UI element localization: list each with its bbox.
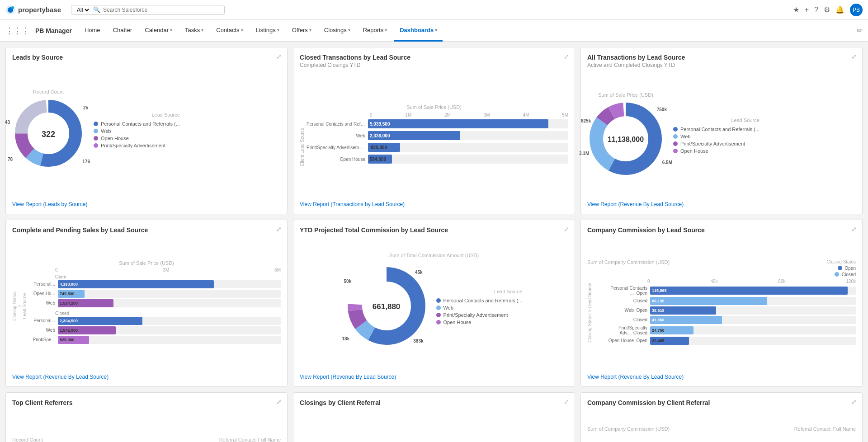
search-scope-select[interactable]: All — [75, 6, 90, 14]
card-title: Top Client Referrers — [12, 399, 281, 406]
nav-item-contacts[interactable]: Contacts ▾ — [211, 20, 248, 42]
legend-label: Web — [443, 305, 453, 310]
legend-item: Open House — [673, 148, 760, 154]
expand-icon[interactable]: ⤢ — [276, 226, 282, 233]
nav-item-listings[interactable]: Listings ▾ — [250, 20, 285, 42]
search-input[interactable] — [103, 7, 221, 13]
avatar[interactable]: PB — [850, 4, 863, 16]
nav-item-offers[interactable]: Offers ▾ — [287, 20, 317, 42]
nav-brand: PB Manager — [35, 27, 72, 34]
search-icon: 🔍 — [93, 6, 100, 13]
segment-label-43: 43 — [5, 120, 10, 125]
bar-value: 749,500 — [60, 292, 75, 296]
expand-icon[interactable]: ⤢ — [276, 398, 282, 405]
section-label: Closed — [55, 311, 281, 316]
card-complete-pending: Complete and Pending Sales by Lead Sourc… — [5, 220, 288, 387]
chevron-down-icon: ▾ — [348, 28, 350, 33]
legend-dot — [94, 143, 98, 148]
favorites-icon[interactable]: ★ — [793, 5, 799, 14]
card-all-transactions: All Transactions by Lead Source Active a… — [580, 47, 863, 214]
bar-row: Personal... 4,193,000 — [28, 280, 281, 288]
card-header: YTD Projected Total Commission by Lead S… — [300, 226, 568, 235]
view-report-link[interactable]: View Report (Transactions by Lead Source… — [300, 201, 405, 207]
legend-label: Print/Specialty Advertisement — [101, 143, 165, 148]
legend-item: Open House — [436, 320, 523, 325]
help-icon[interactable]: ? — [814, 6, 818, 14]
legend-dot — [673, 134, 678, 139]
chart-label: Sum of Sale Price (USD) — [300, 104, 568, 110]
bar-label: Closed — [593, 317, 647, 322]
settings-icon[interactable]: ⚙ — [824, 5, 830, 14]
chevron-down-icon: ▾ — [170, 28, 172, 33]
bar-label: Web — [307, 133, 365, 138]
notifications-icon[interactable]: 🔔 — [835, 5, 844, 14]
view-report-link[interactable]: View Report (Leads by Source) — [12, 201, 88, 207]
segment-label-176: 176 — [82, 159, 90, 164]
logo-text: propertybase — [18, 6, 61, 14]
card-ytd-commission: YTD Projected Total Commission by Lead S… — [293, 220, 575, 387]
bar-label: Print/Specialty Adv... Closed — [593, 325, 647, 335]
chart-area: Record Count Referral Contact: Full Name… — [12, 409, 281, 442]
legend-label: Open House — [443, 320, 472, 325]
bar-label: Web — [28, 328, 55, 333]
axis-label: Client Lead Source — [300, 113, 305, 166]
expand-icon[interactable]: ⤢ — [851, 53, 857, 60]
add-icon[interactable]: + — [805, 6, 809, 14]
search-area[interactable]: All 🔍 — [71, 5, 225, 15]
nav-item-tasks[interactable]: Tasks ▾ — [179, 20, 209, 42]
card-header: Closed Transactions by Lead Source Compl… — [300, 54, 568, 73]
logo[interactable]: propertybase — [5, 5, 61, 15]
card-header: Top Client Referrers ⤢ — [12, 399, 281, 407]
card-top-referrers: Top Client Referrers ⤢ Record Count Refe… — [5, 392, 288, 442]
legend-dot — [94, 122, 98, 126]
segment-label-25: 25 — [83, 105, 88, 110]
nav-item-closings[interactable]: Closings ▾ — [319, 20, 356, 42]
expand-icon[interactable]: ⤢ — [564, 226, 569, 233]
donut-wrapper: 661,880 45k 50k 18k 383k Lead Source Per… — [300, 261, 568, 353]
card-company-commission: Company Commission by Lead Source ⤢ Sum … — [580, 220, 863, 387]
expand-icon[interactable]: ⤢ — [851, 226, 857, 233]
view-report-link[interactable]: View Report (Revenue By Lead Source) — [12, 374, 108, 380]
expand-icon[interactable]: ⤢ — [851, 398, 857, 405]
view-report-link[interactable]: View Report (Revenue By Lead Source) — [300, 374, 396, 380]
card-footer: View Report (Revenue By Lead Source) — [587, 369, 856, 380]
donut-value: 661,880 — [373, 302, 400, 311]
card-header: Complete and Pending Sales by Lead Sourc… — [12, 226, 281, 235]
chevron-down-icon: ▾ — [435, 28, 437, 33]
bar-row: Print/Specialty Advertisement 825,000 — [307, 143, 568, 152]
legend-label: Web — [680, 134, 690, 139]
label-50k: 50k — [344, 279, 352, 284]
bar-label: Open House Open — [593, 338, 647, 343]
card-title: Company Commission by Client Referral — [587, 399, 856, 406]
card-footer: View Report (Revenue By Lead Source) — [300, 369, 568, 380]
chart-legend: Lead Source Personal Contacts and Referr… — [673, 118, 760, 154]
donut-chart: 322 25 43 78 176 — [12, 97, 85, 171]
expand-icon[interactable]: ⤢ — [564, 398, 569, 405]
nav-item-home[interactable]: Home — [79, 20, 106, 42]
nav-item-dashboards[interactable]: Dashboards ▾ — [394, 20, 443, 42]
apps-icon[interactable]: ⋮⋮⋮ — [5, 26, 30, 36]
view-report-link[interactable]: View Report (Revenue By Lead Source) — [587, 201, 684, 207]
bar-value: 825,000 — [60, 338, 75, 342]
donut-wrapper: Record Count 322 — [12, 85, 281, 175]
legend-title: Referral Contact: Full Name — [794, 426, 856, 432]
bar-value: 5,039,500 — [370, 122, 390, 127]
nav-item-reports[interactable]: Reports ▾ — [358, 20, 393, 42]
view-report-link[interactable]: View Report (Revenue By Lead Source) — [587, 374, 684, 380]
legend-item: Personal Contacts and Referrals (... — [94, 121, 180, 127]
expand-icon[interactable]: ⤢ — [276, 53, 282, 60]
expand-icon[interactable]: ⤢ — [564, 53, 569, 60]
nav-item-chatter[interactable]: Chatter — [108, 20, 138, 42]
nav-bar: ⋮⋮⋮ PB Manager Home Chatter Calendar ▾ T… — [0, 20, 868, 42]
refresh-message: Try refreshing the dashboard. — [377, 426, 491, 442]
bar-label: Open Ho... — [28, 291, 55, 296]
bar-value: 825,000 — [370, 145, 387, 150]
donut-center: 11,138,000 — [608, 136, 644, 144]
card-title: Closed Transactions by Lead Source — [300, 54, 568, 61]
nav-item-calendar[interactable]: Calendar ▾ — [139, 20, 178, 42]
bar-label: Personal Contacts ... Open — [593, 286, 647, 296]
edit-icon[interactable]: ✏ — [857, 26, 863, 35]
section-label: Open — [55, 274, 281, 279]
card-title: Complete and Pending Sales by Lead Sourc… — [12, 226, 281, 234]
bar-fill: 584,000 — [368, 155, 392, 164]
